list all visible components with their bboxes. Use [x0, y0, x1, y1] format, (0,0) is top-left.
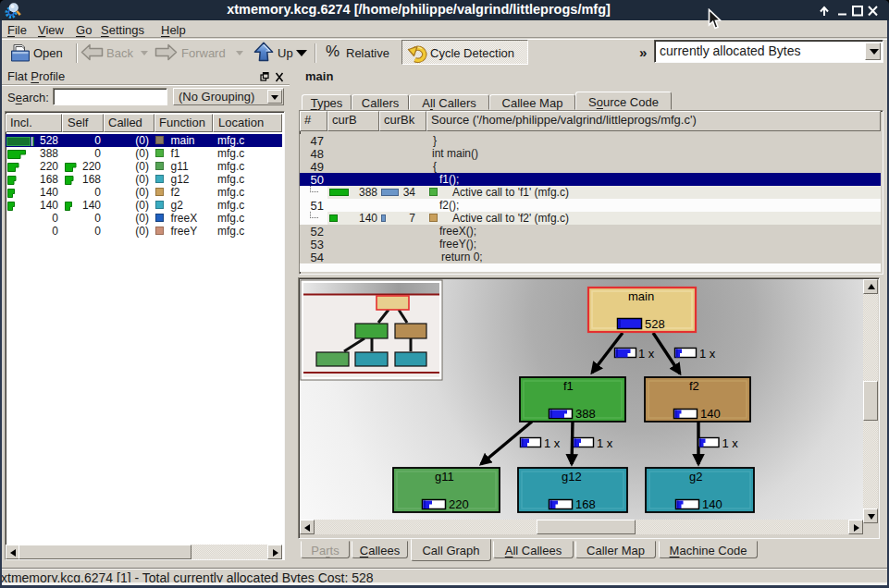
- svg-text:140: 140: [702, 497, 722, 511]
- svg-text:f1: f1: [563, 379, 574, 393]
- svg-text:1 x: 1 x: [544, 436, 561, 450]
- svg-text:main: main: [628, 289, 654, 303]
- svg-text:528: 528: [645, 317, 665, 331]
- svg-text:1 x: 1 x: [722, 436, 739, 450]
- svg-text:1 x: 1 x: [597, 436, 613, 450]
- svg-text:1 x: 1 x: [699, 347, 716, 361]
- svg-text:g12: g12: [562, 470, 582, 484]
- svg-text:220: 220: [449, 497, 469, 511]
- svg-text:140: 140: [700, 407, 721, 421]
- svg-text:g11: g11: [435, 470, 454, 484]
- svg-text:1 x: 1 x: [638, 347, 655, 361]
- svg-text:f2: f2: [689, 379, 699, 393]
- svg-text:388: 388: [575, 407, 596, 421]
- svg-text:168: 168: [575, 497, 596, 511]
- svg-text:g2: g2: [689, 470, 702, 484]
